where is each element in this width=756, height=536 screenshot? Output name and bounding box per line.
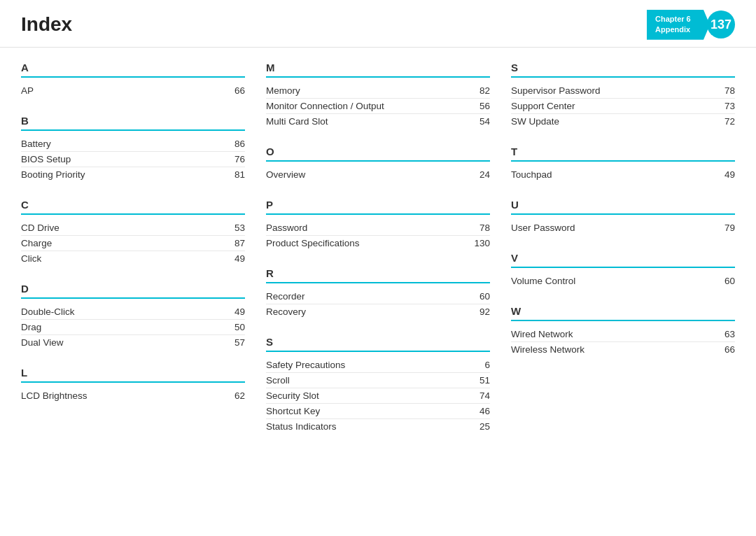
index-row: Wireless Network66 xyxy=(511,342,735,357)
index-row: Supervisor Password78 xyxy=(511,83,735,99)
index-term: Recovery xyxy=(266,306,306,317)
index-content: AAP66BBattery86BIOS Setup76Booting Prior… xyxy=(0,48,756,465)
index-term: Recorder xyxy=(266,291,305,302)
index-term: Click xyxy=(21,253,41,264)
chapter-badge: Chapter 6 Appendix 137 xyxy=(647,10,735,40)
index-page: 76 xyxy=(224,154,245,164)
section-letter: O xyxy=(266,146,490,162)
index-term: Supervisor Password xyxy=(511,85,601,96)
index-row: User Password79 xyxy=(511,220,735,235)
section-letter: L xyxy=(21,367,245,383)
index-term: SW Update xyxy=(511,116,559,127)
section-letter: V xyxy=(511,252,735,268)
index-term: Security Slot xyxy=(266,390,319,401)
index-term: Wired Network xyxy=(511,329,573,339)
index-page: 86 xyxy=(224,139,245,149)
section-S-1: SSafety Precautions6Scroll51Security Slo… xyxy=(266,336,490,434)
index-term: Memory xyxy=(266,85,300,96)
index-row: Monitor Connection / Output56 xyxy=(266,99,490,114)
index-term: Overview xyxy=(266,169,305,180)
index-row: Double-Click49 xyxy=(21,304,245,320)
page-header: Index Chapter 6 Appendix 137 xyxy=(0,0,756,48)
index-term: Monitor Connection / Output xyxy=(266,101,384,111)
index-term: Booting Priority xyxy=(21,169,85,180)
index-row: Password78 xyxy=(266,220,490,236)
index-page: 25 xyxy=(469,421,490,432)
index-term: Multi Card Slot xyxy=(266,116,328,127)
index-row: Booting Priority81 xyxy=(21,167,245,182)
index-page: 72 xyxy=(714,116,735,127)
index-page: 56 xyxy=(469,101,490,111)
index-term: Volume Control xyxy=(511,276,575,286)
index-row: Drag50 xyxy=(21,320,245,335)
index-page: 57 xyxy=(224,337,245,348)
index-page: 49 xyxy=(224,306,245,317)
section-L-0: LLCD Brightness62 xyxy=(21,367,245,403)
chapter-number: 137 xyxy=(707,10,735,38)
index-row: Multi Card Slot54 xyxy=(266,114,490,129)
index-page: 6 xyxy=(469,360,490,370)
index-page: 92 xyxy=(469,306,490,317)
index-term: Drag xyxy=(21,322,41,332)
section-letter: U xyxy=(511,199,735,215)
index-page: 24 xyxy=(469,169,490,180)
index-term: Password xyxy=(266,223,307,233)
index-term: Shortcut Key xyxy=(266,406,320,416)
index-page: 87 xyxy=(224,238,245,248)
index-page: 66 xyxy=(714,344,735,355)
index-row: Charge87 xyxy=(21,236,245,251)
index-row: Touchpad49 xyxy=(511,167,735,182)
section-letter: W xyxy=(511,305,735,321)
section-P-1: PPassword78Product Specifications130 xyxy=(266,199,490,251)
index-row: AP66 xyxy=(21,83,245,98)
section-letter: M xyxy=(266,62,490,78)
index-row: Click49 xyxy=(21,251,245,266)
index-page: 51 xyxy=(469,375,490,386)
index-page: 49 xyxy=(224,253,245,264)
section-C-0: CCD Drive53Charge87Click49 xyxy=(21,199,245,266)
index-row: Support Center73 xyxy=(511,99,735,114)
index-term: Double-Click xyxy=(21,306,75,317)
section-M-1: MMemory82Monitor Connection / Output56Mu… xyxy=(266,62,490,129)
chapter-label: Chapter 6 Appendix xyxy=(647,10,710,40)
section-letter: S xyxy=(511,62,735,78)
index-row: Overview24 xyxy=(266,167,490,182)
section-B-0: BBattery86BIOS Setup76Booting Priority81 xyxy=(21,115,245,182)
section-letter: P xyxy=(266,199,490,215)
index-term: Battery xyxy=(21,139,51,149)
index-row: Status Indicators25 xyxy=(266,419,490,434)
index-page: 74 xyxy=(469,390,490,401)
section-letter: S xyxy=(266,336,490,352)
index-row: Memory82 xyxy=(266,83,490,99)
index-term: Wireless Network xyxy=(511,344,584,355)
index-page: 78 xyxy=(714,85,735,96)
index-page: 82 xyxy=(469,85,490,96)
index-page: 60 xyxy=(469,291,490,302)
index-term: Product Specifications xyxy=(266,238,360,248)
index-term: Touchpad xyxy=(511,169,552,180)
index-page: 49 xyxy=(714,169,735,180)
page-title: Index xyxy=(21,13,72,36)
index-row: Volume Control60 xyxy=(511,274,735,288)
index-page: 53 xyxy=(224,223,245,233)
index-page: 81 xyxy=(224,169,245,180)
index-term: AP xyxy=(21,85,34,96)
index-row: Battery86 xyxy=(21,136,245,152)
index-page: 78 xyxy=(469,223,490,233)
section-T-2: TTouchpad49 xyxy=(511,146,735,182)
index-column-3: SSupervisor Password78Support Center73SW… xyxy=(511,62,735,451)
index-term: User Password xyxy=(511,223,575,233)
index-page: 73 xyxy=(714,101,735,111)
index-row: LCD Brightness62 xyxy=(21,388,245,403)
section-W-2: WWired Network63Wireless Network66 xyxy=(511,305,735,357)
index-term: Safety Precautions xyxy=(266,360,345,370)
index-page: 62 xyxy=(224,390,245,401)
index-page: 63 xyxy=(714,329,735,339)
index-row: Recovery92 xyxy=(266,304,490,319)
index-page: 79 xyxy=(714,223,735,233)
index-row: Dual View57 xyxy=(21,335,245,350)
section-letter: T xyxy=(511,146,735,162)
index-page: 54 xyxy=(469,116,490,127)
index-term: LCD Brightness xyxy=(21,390,88,401)
index-term: Dual View xyxy=(21,337,64,348)
